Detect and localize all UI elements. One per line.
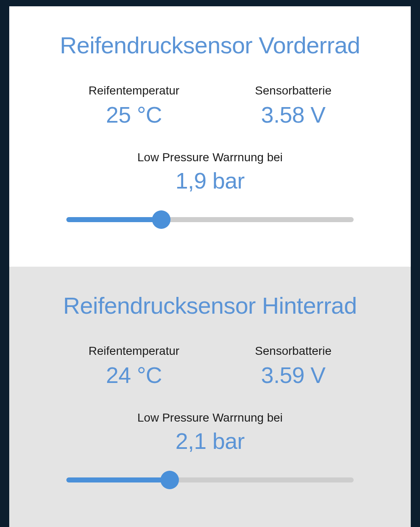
- rear-temperature-label: Reifentemperatur: [89, 344, 179, 358]
- rear-panel-title: Reifendrucksensor Hinterrad: [26, 292, 394, 319]
- rear-battery-value: 3.59 V: [255, 362, 331, 388]
- rear-pressure-slider[interactable]: [66, 471, 354, 489]
- front-warning-label: Low Pressure Warrnung bei: [26, 151, 394, 164]
- rear-battery-stat: Sensorbatterie 3.59 V: [255, 344, 331, 388]
- front-stats-row: Reifentemperatur 25 °C Sensorbatterie 3.…: [26, 84, 394, 128]
- front-warning-value: 1,9 bar: [26, 168, 394, 194]
- rear-temperature-stat: Reifentemperatur 24 °C: [89, 344, 179, 388]
- front-battery-stat: Sensorbatterie 3.58 V: [255, 84, 331, 128]
- slider-fill: [66, 477, 170, 482]
- front-temperature-stat: Reifentemperatur 25 °C: [89, 84, 179, 128]
- rear-warning-label: Low Pressure Warrnung bei: [26, 411, 394, 425]
- front-pressure-slider[interactable]: [66, 210, 354, 229]
- front-battery-value: 3.58 V: [255, 102, 331, 128]
- front-temperature-value: 25 °C: [89, 102, 179, 128]
- rear-tire-panel: Reifendrucksensor Hinterrad Reifentemper…: [9, 267, 411, 527]
- rear-warning-value: 2,1 bar: [26, 428, 394, 454]
- rear-battery-label: Sensorbatterie: [255, 344, 331, 358]
- slider-fill: [66, 217, 161, 222]
- front-tire-panel: Reifendrucksensor Vorderrad Reifentemper…: [9, 6, 411, 267]
- rear-stats-row: Reifentemperatur 24 °C Sensorbatterie 3.…: [26, 344, 394, 388]
- slider-thumb[interactable]: [152, 210, 171, 229]
- slider-thumb[interactable]: [160, 471, 179, 489]
- front-battery-label: Sensorbatterie: [255, 84, 331, 97]
- rear-temperature-value: 24 °C: [89, 362, 179, 388]
- settings-modal: Reifendrucksensor Vorderrad Reifentemper…: [9, 6, 411, 527]
- front-panel-title: Reifendrucksensor Vorderrad: [26, 31, 394, 59]
- front-temperature-label: Reifentemperatur: [89, 84, 179, 97]
